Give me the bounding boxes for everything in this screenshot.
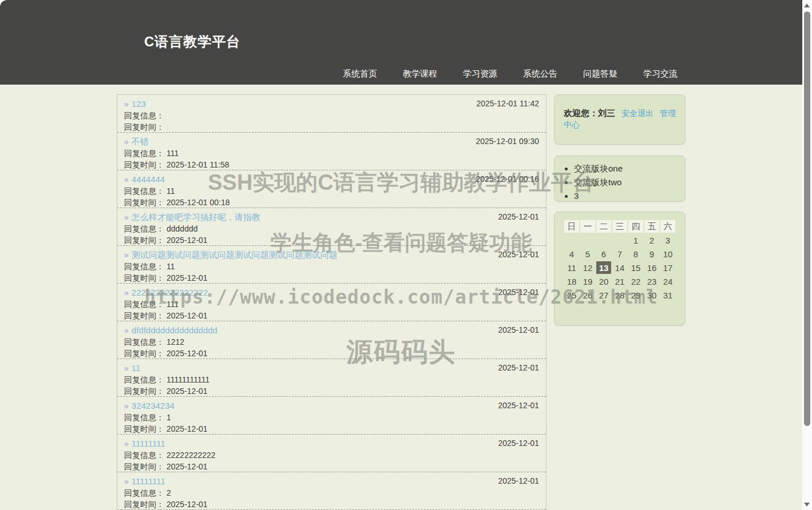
double-arrow-icon: » [124, 213, 129, 222]
question-date: 2025-12-01 [498, 286, 539, 298]
reply-time-row: 回复时间：2025-12-01 00:18 [124, 197, 539, 209]
nav-item-2[interactable]: 教学课程 [403, 65, 437, 82]
reply-message-label: 回复信息： [124, 451, 164, 460]
calendar-day [612, 234, 627, 246]
reply-time-row: 回复时间：2025-12-01 [124, 461, 539, 473]
reply-message-value: 11 [167, 262, 175, 271]
calendar-day: 18 [564, 275, 579, 288]
calendar-day: 14 [612, 261, 627, 274]
scroll-down-icon[interactable] [804, 503, 810, 507]
qa-list-item: »11111111 2025-12-01 回复信息：2 回复时间：2025-12… [117, 472, 546, 510]
question-link[interactable]: 11111111 [132, 439, 165, 448]
reply-message-label: 回复信息： [124, 262, 164, 271]
reply-message-label: 回复信息： [124, 375, 164, 384]
calendar-day: 10 [660, 248, 675, 260]
reply-message-row: 回复信息：22222222222 [124, 450, 539, 461]
calendar-day-header: 二 [596, 220, 611, 233]
calendar-day: 21 [612, 275, 627, 288]
reply-message-row: 回复信息： [124, 110, 539, 122]
calendar-day: 16 [644, 261, 659, 274]
reply-time-label: 回复时间： [124, 424, 164, 433]
calendar-day [564, 234, 579, 246]
reply-message-row: 回复信息：2 [124, 488, 539, 499]
nav-item-6[interactable]: 学习交流 [643, 65, 678, 82]
qa-list-item: »怎么样才能吧学习搞好呢，请指教 2025-12-01 回复信息：ddddddd… [117, 208, 546, 246]
question-link[interactable]: 4444444 [132, 174, 165, 184]
reply-time-label: 回复时间： [124, 122, 164, 132]
calendar-day: 1 [628, 234, 643, 246]
qa-list-panel: »123 2025-12-01 11:42 回复信息： 回复时间： »不错 20… [117, 94, 546, 510]
question-link[interactable]: 怎么样才能吧学习搞好呢，请指教 [132, 212, 260, 222]
question-title-row: »11111111 2025-12-01 [124, 475, 539, 488]
nav-item-5[interactable]: 问题答疑 [583, 65, 617, 82]
scrollbar-thumb[interactable] [804, 11, 810, 426]
reply-message-value: 22222222222 [167, 451, 216, 460]
reply-time-value: 2025-12-01 11:58 [167, 160, 229, 169]
question-date: 2025-12-01 [498, 400, 539, 412]
reply-time-row: 回复时间：2025-12-01 [124, 273, 539, 284]
qa-list-item: »11111111 2025-12-01 回复信息：22222222222 回复… [117, 435, 546, 472]
reply-time-label: 回复时间： [124, 462, 164, 471]
question-date: 2025-12-01 [498, 324, 539, 336]
scroll-up-icon[interactable] [804, 3, 810, 7]
calendar-day: 7 [612, 248, 627, 260]
reply-time-label: 回复时间： [124, 198, 164, 207]
reply-message-value: 2 [167, 488, 171, 497]
double-arrow-icon: » [124, 250, 129, 260]
question-link[interactable]: 324234234 [132, 401, 175, 411]
calendar-day: 28 [612, 289, 627, 301]
reply-message-label: 回复信息： [124, 224, 164, 233]
double-arrow-icon: » [124, 439, 129, 448]
question-link[interactable]: 123 [132, 99, 146, 109]
question-title-row: »不错 2025-12-01 09:30 [124, 136, 539, 148]
calendar-day-header: 三 [612, 220, 627, 233]
reply-message-value: 1212 [167, 337, 184, 346]
calendar-day: 27 [596, 289, 611, 301]
forum-section-item[interactable]: 交流版块one [574, 162, 679, 176]
reply-message-label: 回复信息： [124, 337, 164, 346]
calendar-day [596, 234, 611, 246]
reply-message-label: 回复信息： [124, 111, 164, 120]
calendar-day: 12 [580, 261, 595, 274]
reply-time-label: 回复时间： [124, 160, 164, 169]
reply-time-label: 回复时间： [124, 236, 164, 245]
question-title-row: »11 2025-12-01 [124, 362, 539, 374]
reply-time-value: 2025-12-01 00:18 [167, 198, 230, 207]
forum-section-item[interactable]: 交流版块two [574, 176, 679, 189]
calendar-day: 29 [628, 289, 643, 301]
reply-time-label: 回复时间： [124, 387, 164, 396]
reply-time-row: 回复时间：2025-12-01 [124, 235, 539, 246]
question-date: 2025-12-01 [498, 437, 539, 449]
reply-time-label: 回复时间： [124, 500, 164, 509]
question-date: 2025-12-01 00:16 [476, 173, 539, 185]
double-arrow-icon: » [124, 326, 129, 335]
nav-item-4[interactable]: 系统公告 [523, 65, 557, 82]
question-link[interactable]: 11111111 [132, 476, 165, 486]
logout-link[interactable]: 安全退出 [621, 109, 653, 118]
calendar-day-header: 日 [564, 220, 579, 233]
nav-item-1[interactable]: 系统首页 [343, 65, 377, 82]
calendar-day: 24 [660, 275, 675, 288]
question-link[interactable]: 测试问题测试问题测试问题测试问题测试问题测试问题 [132, 250, 338, 260]
nav-item-3[interactable]: 学习资源 [463, 65, 497, 82]
forum-sections-list: 交流版块one交流版块two3 [561, 162, 679, 203]
double-arrow-icon: » [124, 477, 129, 486]
forum-section-item[interactable]: 3 [574, 189, 679, 203]
question-title-row: »324234234 2025-12-01 [124, 400, 539, 412]
question-link[interactable]: dfdfddddddddddddddd [132, 325, 217, 335]
question-link[interactable]: 不错 [132, 137, 149, 146]
calendar-day: 26 [580, 289, 595, 301]
question-link[interactable]: 2222222222222222 [132, 288, 208, 297]
question-date: 2025-12-01 09:30 [476, 136, 539, 148]
question-date: 2025-12-01 [498, 362, 539, 374]
reply-message-value: 11 [167, 186, 175, 196]
reply-time-row: 回复时间：2025-12-01 [124, 310, 539, 322]
double-arrow-icon: » [124, 401, 129, 411]
vertical-scrollbar[interactable] [802, 0, 812, 510]
question-link[interactable]: 11 [132, 363, 141, 373]
qa-list-item: »不错 2025-12-01 09:30 回复信息：111 回复时间：2025-… [117, 133, 546, 170]
double-arrow-icon: » [124, 175, 129, 184]
reply-message-row: 回复信息：ddddddd [124, 224, 539, 235]
double-arrow-icon: » [124, 137, 129, 146]
question-title-row: »2222222222222222 2025-12-01 [124, 286, 539, 299]
